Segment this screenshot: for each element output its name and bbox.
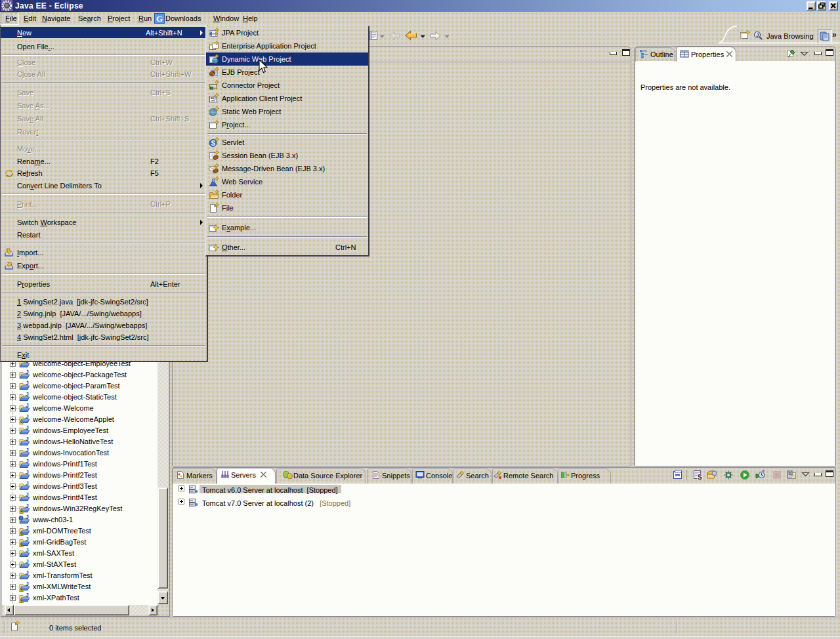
svg-text:J: J <box>26 537 29 543</box>
svg-text:J: J <box>756 32 759 38</box>
svg-text:J: J <box>26 581 29 587</box>
svg-text:J: J <box>26 570 29 576</box>
svg-text:J: J <box>26 470 29 476</box>
svg-text:J: J <box>26 436 29 442</box>
svg-text:J: J <box>26 381 29 386</box>
svg-text:J: J <box>26 447 29 453</box>
svg-text:J: J <box>26 481 29 487</box>
svg-text:J: J <box>26 414 29 420</box>
svg-text:J: J <box>26 425 29 431</box>
svg-text:J: J <box>26 503 29 509</box>
svg-text:J: J <box>26 492 29 498</box>
svg-text:S: S <box>211 140 216 147</box>
svg-text:G: G <box>156 14 163 24</box>
svg-text:J: J <box>26 459 29 464</box>
svg-text:J: J <box>26 548 29 554</box>
svg-text:S: S <box>698 474 702 480</box>
svg-text:J: J <box>26 526 29 531</box>
svg-text:J: J <box>26 392 29 398</box>
svg-text:J: J <box>26 369 29 375</box>
svg-text:J: J <box>26 559 29 565</box>
svg-text:J: J <box>26 592 29 598</box>
svg-text:J: J <box>26 514 29 520</box>
svg-text:J: J <box>26 403 29 409</box>
